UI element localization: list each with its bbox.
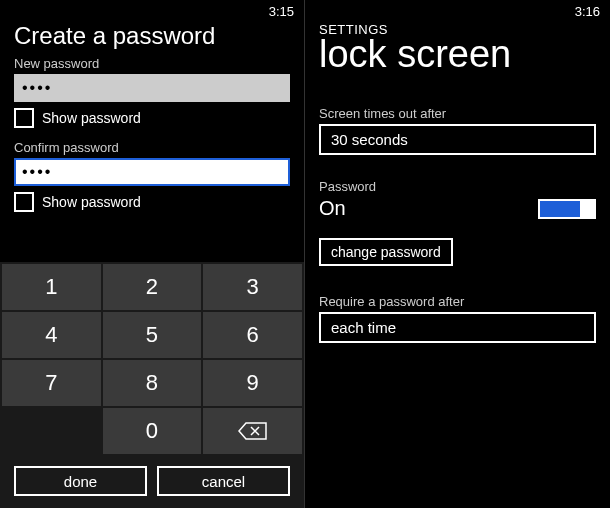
- require-label: Require a password after: [319, 294, 596, 309]
- key-0[interactable]: 0: [103, 408, 202, 454]
- content-area: Create a password New password Show pass…: [0, 22, 304, 212]
- page-title: Create a password: [14, 22, 290, 50]
- key-6[interactable]: 6: [203, 312, 302, 358]
- password-toggle[interactable]: [538, 199, 596, 219]
- key-2[interactable]: 2: [103, 264, 202, 310]
- status-bar: 3:16: [305, 0, 610, 22]
- new-password-label: New password: [14, 56, 290, 71]
- show-password-row-1[interactable]: Show password: [14, 108, 290, 128]
- show-password-checkbox-2[interactable]: [14, 192, 34, 212]
- screen-lock-settings: 3:16 SETTINGS lock screen Screen times o…: [305, 0, 610, 508]
- key-backspace[interactable]: [203, 408, 302, 454]
- content-area: SETTINGS lock screen Screen times out af…: [305, 22, 610, 508]
- timeout-label: Screen times out after: [319, 106, 596, 121]
- show-password-label-2: Show password: [42, 194, 141, 210]
- confirm-password-input[interactable]: [14, 158, 290, 186]
- key-1[interactable]: 1: [2, 264, 101, 310]
- key-5[interactable]: 5: [103, 312, 202, 358]
- key-7[interactable]: 7: [2, 360, 101, 406]
- timeout-select[interactable]: 30 seconds: [319, 124, 596, 155]
- key-8[interactable]: 8: [103, 360, 202, 406]
- backspace-icon: [238, 421, 268, 441]
- screen-create-password: 3:15 Create a password New password Show…: [0, 0, 305, 508]
- require-select[interactable]: each time: [319, 312, 596, 343]
- show-password-checkbox-1[interactable]: [14, 108, 34, 128]
- numeric-keypad: 1 2 3 4 5 6 7 8 9 0: [0, 262, 304, 456]
- page-title: lock screen: [319, 33, 596, 76]
- password-label: Password: [319, 179, 596, 194]
- clock: 3:15: [269, 4, 294, 19]
- password-toggle-row: On: [319, 197, 596, 220]
- status-bar: 3:15: [0, 0, 304, 22]
- toggle-handle: [580, 201, 594, 217]
- cancel-button[interactable]: cancel: [157, 466, 290, 496]
- key-3[interactable]: 3: [203, 264, 302, 310]
- key-9[interactable]: 9: [203, 360, 302, 406]
- key-blank: [2, 408, 101, 454]
- new-password-input[interactable]: [14, 74, 290, 102]
- show-password-label-1: Show password: [42, 110, 141, 126]
- toggle-fill: [540, 201, 580, 217]
- show-password-row-2[interactable]: Show password: [14, 192, 290, 212]
- done-button[interactable]: done: [14, 466, 147, 496]
- change-password-button[interactable]: change password: [319, 238, 453, 266]
- action-button-row: done cancel: [0, 456, 304, 508]
- clock: 3:16: [575, 4, 600, 19]
- password-status: On: [319, 197, 346, 220]
- confirm-password-label: Confirm password: [14, 140, 290, 155]
- key-4[interactable]: 4: [2, 312, 101, 358]
